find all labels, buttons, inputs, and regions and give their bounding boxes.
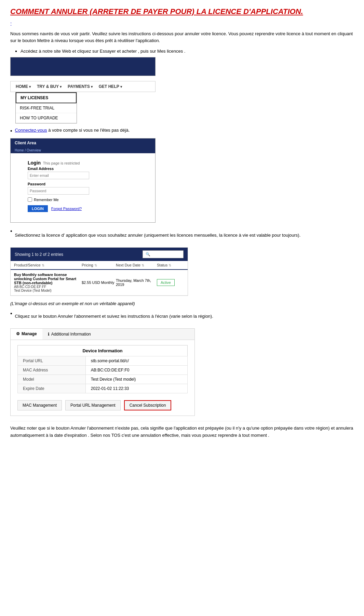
step4-text: Cliquez sur le bouton Annuler l'abonneme… [15,313,213,320]
nav-payments-label: PAYMENTS [68,84,90,89]
step2-text: Connectez-vous à votre compte si vous ne… [15,128,130,133]
colon-line: : [10,21,354,27]
next-due-cell: Thursday, March 7th, 2019 [116,278,157,287]
device-info-row: Expire Date2022-01-02 11:22:33 [18,384,188,393]
dropdown-how-to-upgrade[interactable]: HOW TO UPGRADE [16,113,77,123]
product-cell: Buy Monthly software license unlocking C… [14,273,82,292]
nav-try-buy-label: TRY & BUY [37,84,59,89]
col-product-service: Product/Service ⇅ [14,263,82,267]
device-info-label: Expire Date [18,384,86,393]
col-status: Status ⇅ [157,263,184,267]
mac-management-button[interactable]: MAC Management [17,400,62,410]
device-info-value: AB:BC:CD:DE:EF:F0 [85,365,187,375]
table-header-bar: Showing 1 to 2 of 2 entries 🔍 [11,248,188,261]
product-mac: AB:BC:CD:DE:EF:FF [14,285,82,289]
nav-payments[interactable]: PAYMENTS ▾ [68,84,93,89]
device-info-row: ModelTest Device (Test model) [18,375,188,384]
device-info-label: MAC Address [18,365,86,375]
step4-dot: • [10,310,12,317]
device-info-label: Portal URL [18,356,86,365]
home-arrow-icon: ▾ [29,85,31,89]
pricing-cell: $2.55 USD Monthly [82,280,116,285]
info-icon: ℹ [48,332,50,337]
sort-pricing-icon: ⇅ [94,263,97,267]
sort-next-due-icon: ⇅ [141,263,144,267]
email-label: Email Address [28,167,138,171]
remember-checkbox[interactable] [28,197,32,202]
client-area-header: Client Area [11,139,155,147]
get-help-arrow-icon: ▾ [120,85,122,89]
email-input[interactable] [28,172,89,179]
page-title: COMMENT ANNULER (ARRETER DE PAYER POUR) … [10,7,354,17]
password-input[interactable] [28,187,89,195]
step1-item: Accédez à notre site Web et cliquez sur … [21,49,354,54]
remember-row: Remember Me [28,197,138,202]
product-device: Test Device (Test Model) [14,289,82,292]
sort-status-icon: ⇅ [168,263,171,267]
client-area-screenshot: Client Area Home / Overview Login This p… [10,138,156,223]
gear-icon: ⚙ [16,331,20,336]
portal-url-management-button[interactable]: Portal URL Management [65,400,121,410]
step3-text: Sélectionnez la licence d' application q… [15,232,301,239]
nav-get-help[interactable]: GET HELP ▾ [99,84,122,89]
tab-manage-label: Manage [22,331,37,336]
tab-additional-label: Additional Information [51,332,91,337]
col-status-label: Status [157,263,167,267]
table-row: Buy Monthly software license unlocking C… [11,270,188,296]
device-info-row: MAC AddressAB:BC:CD:DE:EF:F0 [18,365,188,375]
connect-link[interactable]: Connectez-vous [15,128,47,133]
search-icon: 🔍 [146,252,150,257]
remember-label: Remember Me [34,198,59,202]
tab-additional[interactable]: ℹ Additional Information [42,329,96,340]
tab-manage[interactable]: ⚙ Manage [11,329,42,340]
showing-entries: Showing 1 to 2 of 2 entries [15,252,63,257]
col-product-label: Product/Service [14,263,41,267]
manage-body: Device Information Portal URLstb.some-po… [11,340,194,416]
my-licenses-label: MY LICENSES [21,95,48,100]
search-box[interactable]: 🔍 [143,250,184,258]
nav-home[interactable]: HOME ▾ [16,84,31,89]
bullet-dot: • [10,128,12,134]
login-button[interactable]: LOGIN [28,205,48,212]
dropdown-menu: MY LICENSES RISK-FREE TRIAL HOW TO UPGRA… [15,92,77,123]
screenshot-banner [10,57,156,76]
table-columns: Product/Service ⇅ Pricing ⇅ Next Due Dat… [11,261,188,270]
step2-bullet: • Connectez-vous à votre compte si vous … [10,128,354,134]
risk-free-label: RISK-FREE TRIAL [20,106,54,110]
nav-get-help-label: GET HELP [99,84,119,89]
try-buy-arrow-icon: ▾ [60,85,62,89]
dropdown-my-licenses[interactable]: MY LICENSES [16,92,77,103]
col-next-due: Next Due Date ⇅ [116,263,157,267]
step3-bullet: • Sélectionnez la licence d' application… [10,228,354,243]
step4-bullet: • Cliquez sur le bouton Annuler l'abonne… [10,310,354,324]
how-to-upgrade-label: HOW TO UPGRADE [20,116,58,120]
client-area-body: Login This page is restricted Email Addr… [11,153,155,222]
client-area-title: Client Area [15,141,36,145]
status-cell: Active [157,279,184,286]
device-info-value: Test Device (Test model) [85,375,187,384]
device-info-value: 2022-01-02 11:22:33 [85,384,187,393]
col-pricing-label: Pricing [82,263,93,267]
cancel-subscription-button[interactable]: Cancel Subscription [124,400,172,410]
step3-dot: • [10,228,12,234]
col-pricing: Pricing ⇅ [82,263,116,267]
forgot-password-link[interactable]: Forgot Password? [51,207,82,211]
breadcrumb-text: Home / Overview [15,148,41,152]
col-next-due-label: Next Due Date [116,263,140,267]
login-btn-row: LOGIN Forgot Password? [28,205,138,212]
password-label: Password [28,182,138,186]
manage-buttons: MAC Management Portal URL Management Can… [17,400,188,410]
device-info-table: Device Information Portal URLstb.some-po… [17,345,188,393]
manage-tabs: ⚙ Manage ℹ Additional Information [11,329,194,340]
dropdown-risk-free[interactable]: RISK-FREE TRIAL [16,103,77,113]
nav-try-buy[interactable]: TRY & BUY ▾ [37,84,62,89]
device-info-row: Portal URLstb.some-portal.tld/c/ [18,356,188,365]
device-info-label: Model [18,375,86,384]
product-name: Buy Monthly software license unlocking C… [14,273,82,285]
login-title: Login This page is restricted [28,160,138,166]
step2-rest: à votre compte si vous ne l'êtes pas déj… [48,128,130,133]
status-badge: Active [157,279,175,286]
device-info-caption: Device Information [17,345,188,356]
intro-paragraph: Nous sommes navrés de vous voir partir. … [10,30,354,45]
footer-note: Veuillez noter que si le bouton Annuler … [10,421,354,439]
